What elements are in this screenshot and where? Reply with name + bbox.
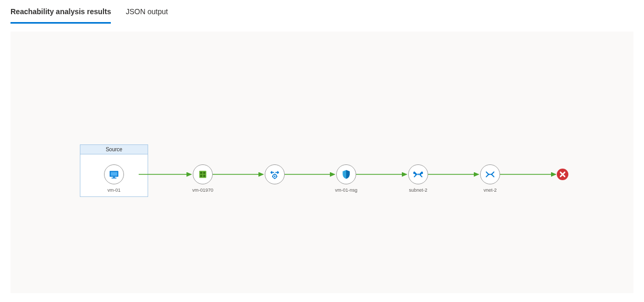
node-vm-01-nsg[interactable]: vm-01-nsg: [325, 164, 367, 193]
svg-rect-4: [111, 178, 116, 178]
tab-json-output[interactable]: JSON output: [126, 0, 168, 24]
subnet-icon: [408, 164, 428, 184]
endpoint-error-icon[interactable]: [557, 169, 568, 180]
ipconfig-icon: [265, 164, 285, 184]
svg-rect-2: [111, 172, 118, 175]
node-label: vnet-2: [483, 188, 496, 193]
svg-point-11: [274, 175, 276, 177]
node-ipconfig[interactable]: [254, 164, 296, 184]
svg-rect-7: [203, 172, 205, 174]
svg-point-14: [490, 174, 491, 175]
vnet-icon: [480, 164, 500, 184]
svg-rect-9: [203, 175, 205, 177]
tab-bar: Reachability analysis results JSON outpu…: [0, 0, 644, 24]
node-subnet-2[interactable]: subnet-2: [397, 164, 439, 193]
svg-point-13: [489, 174, 490, 175]
nic-icon: [193, 164, 213, 184]
svg-point-12: [418, 174, 419, 175]
node-vnet-2[interactable]: vnet-2: [469, 164, 511, 193]
node-vm-01970[interactable]: vm-01970: [182, 164, 224, 193]
node-label: vm-01970: [192, 188, 213, 193]
nsg-icon: [336, 164, 356, 184]
vm-icon: [104, 164, 124, 184]
connector-1: [11, 32, 641, 294]
node-vm-01[interactable]: vm-01: [93, 164, 135, 193]
tab-results[interactable]: Reachability analysis results: [11, 0, 111, 24]
svg-rect-6: [200, 172, 202, 174]
node-label: subnet-2: [409, 188, 427, 193]
diagram-canvas[interactable]: Source vm-01vm-01970vm-01-nsgsubnet-2vne…: [11, 32, 633, 293]
svg-rect-8: [200, 175, 202, 177]
node-label: vm-01-nsg: [335, 188, 358, 193]
svg-rect-3: [113, 177, 115, 178]
node-label: vm-01: [107, 188, 120, 193]
